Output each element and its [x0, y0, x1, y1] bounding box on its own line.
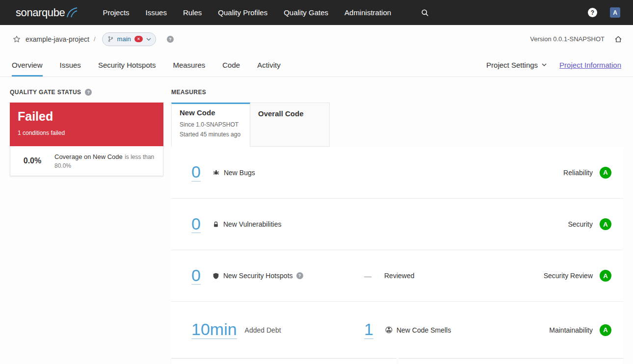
security-label: Security [568, 220, 593, 228]
new-code-tab-label: New Code [180, 108, 242, 117]
top-nav-links: Projects Issues Rules Quality Profiles Q… [103, 8, 429, 17]
maintainability-rating-badge[interactable]: A [600, 324, 611, 336]
branch-icon [107, 36, 114, 42]
hotspots-help-icon[interactable]: ? [296, 272, 303, 279]
new-bugs-count[interactable]: 0 [191, 163, 201, 182]
logo-swoosh-icon [66, 7, 78, 18]
reviewed-value: — [364, 272, 371, 280]
sonarqube-app: sonarqube Projects Issues Rules Quality … [0, 0, 633, 364]
tab-overview[interactable]: Overview [12, 53, 43, 77]
security-review-label: Security Review [544, 272, 593, 280]
branch-selector[interactable]: main ✕ [102, 32, 156, 46]
added-debt-group: 10min Added Debt [171, 321, 364, 339]
help-icon[interactable]: ? [588, 8, 597, 17]
tab-bar-right: Project Settings Project Information [486, 53, 621, 77]
homepage-icon[interactable] [614, 35, 622, 43]
security-review-rating-badge[interactable]: A [600, 270, 611, 282]
nav-issues[interactable]: Issues [146, 8, 167, 17]
tab-activity[interactable]: Activity [257, 53, 281, 77]
breadcrumb: example-java-project / main ✕ ? Version … [0, 25, 633, 53]
chevron-down-icon [146, 38, 151, 41]
new-vulnerabilities-count[interactable]: 0 [191, 215, 201, 234]
quality-gate-status: Failed [18, 109, 156, 124]
reliability-rating-group: Reliability A [563, 167, 611, 179]
branch-name: main [117, 35, 131, 43]
measure-row-security-hotspots: 0 New Security Hotspots ? — Reviewed [171, 250, 623, 301]
new-vulnerabilities-label: New Vulnerabilities [223, 220, 282, 228]
new-security-hotspots-count[interactable]: 0 [191, 267, 201, 285]
maintainability-label: Maintainability [549, 326, 593, 334]
hotspots-reviewed-group: — Reviewed [364, 272, 414, 280]
condition-value: 0.0% [16, 156, 49, 165]
project-tab-bar: Overview Issues Security Hotspots Measur… [0, 53, 633, 77]
project-name-link[interactable]: example-java-project [26, 35, 89, 43]
nav-quality-gates[interactable]: Quality Gates [284, 8, 328, 17]
quality-gate-panel: QUALITY GATE STATUS ? Failed 1 condition… [10, 89, 163, 364]
measure-row-bugs: 0 New Bugs [171, 147, 623, 198]
hotspots-group: 0 New Security Hotspots ? [171, 267, 364, 285]
nav-rules[interactable]: Rules [183, 8, 202, 17]
new-security-hotspots-label: New Security Hotspots [223, 272, 293, 280]
tab-overall-code[interactable]: Overall Code [250, 103, 330, 147]
code-smell-icon [385, 326, 393, 334]
measure-row-maintainability: 10min Added Debt 1 [171, 301, 623, 358]
nav-administration[interactable]: Administration [344, 8, 391, 17]
security-rating-badge[interactable]: A [600, 218, 611, 230]
reviewed-label: Reviewed [384, 272, 414, 280]
search-icon[interactable] [421, 9, 429, 17]
measures-rows: 0 New Bugs [171, 147, 623, 358]
tab-new-code[interactable]: New Code Since 1.0-SNAPSHOT Started 45 m… [171, 103, 250, 147]
security-rating-group: Security A [568, 218, 611, 230]
new-code-smells-count[interactable]: 1 [364, 321, 373, 339]
partial-card-right [398, 358, 624, 364]
new-code-smells-label: New Code Smells [396, 326, 451, 334]
next-section-partial [171, 358, 623, 364]
tab-security-hotspots[interactable]: Security Hotspots [98, 53, 156, 77]
logo-text: sonarqube [16, 6, 65, 19]
favorite-star-icon[interactable] [13, 35, 21, 43]
tab-issues[interactable]: Issues [60, 53, 81, 77]
project-settings-menu[interactable]: Project Settings [486, 61, 547, 69]
condition-text: Coverage on New Code is less than 80.0% [54, 152, 157, 170]
partial-card-left [171, 358, 396, 364]
sonarqube-logo[interactable]: sonarqube [16, 6, 78, 19]
lock-icon [212, 221, 219, 228]
measures-heading-label: MEASURES [171, 89, 206, 96]
breadcrumb-right: Version 0.0.1-SNAPSHOT [530, 35, 622, 43]
branch-help-icon[interactable]: ? [167, 36, 174, 43]
overall-code-tab-label: Overall Code [258, 109, 321, 118]
security-review-rating-group: Security Review A [544, 270, 611, 282]
nav-projects[interactable]: Projects [103, 8, 129, 17]
vulnerabilities-group: 0 New Vulnerabilities [171, 215, 364, 234]
nav-quality-profiles[interactable]: Quality Profiles [218, 8, 267, 17]
tab-measures[interactable]: Measures [173, 53, 205, 77]
reliability-rating-badge[interactable]: A [600, 167, 611, 179]
chevron-down-icon [542, 63, 547, 66]
condition-metric: Coverage on New Code [54, 153, 123, 160]
top-navigation-bar: sonarqube Projects Issues Rules Quality … [0, 0, 633, 25]
added-debt-value[interactable]: 10min [191, 321, 237, 339]
quality-gate-status-banner: Failed 1 conditions failed [10, 103, 163, 146]
new-code-started: Started 45 minutes ago [180, 131, 242, 138]
measures-panel: MEASURES New Code Since 1.0-SNAPSHOT Sta… [171, 89, 623, 364]
project-settings-label: Project Settings [486, 61, 538, 69]
added-debt-label: Added Debt [245, 326, 281, 334]
conditions-failed-count: 1 conditions failed [18, 130, 156, 136]
bug-icon [212, 169, 220, 176]
user-avatar[interactable]: A [610, 7, 620, 18]
failed-condition-row[interactable]: 0.0% Coverage on New Code is less than 8… [10, 146, 163, 176]
quality-gate-help-icon[interactable]: ? [85, 89, 92, 96]
tab-code[interactable]: Code [222, 53, 240, 77]
new-bugs-label: New Bugs [224, 169, 255, 177]
overview-content: QUALITY GATE STATUS ? Failed 1 condition… [0, 77, 633, 364]
quality-gate-heading: QUALITY GATE STATUS ? [10, 89, 163, 96]
branch-quality-gate-failed-badge: ✕ [134, 36, 143, 42]
project-information-link[interactable]: Project Information [559, 61, 621, 69]
shield-icon [212, 272, 219, 280]
quality-gate-card: Failed 1 conditions failed 0.0% Coverage… [10, 103, 163, 176]
reliability-label: Reliability [563, 169, 593, 177]
project-version: Version 0.0.1-SNAPSHOT [530, 35, 605, 43]
quality-gate-heading-label: QUALITY GATE STATUS [10, 89, 81, 96]
measure-row-vulnerabilities: 0 New Vulnerabilities Security A [171, 198, 623, 250]
topbar-right-cluster: ? A [588, 7, 620, 18]
